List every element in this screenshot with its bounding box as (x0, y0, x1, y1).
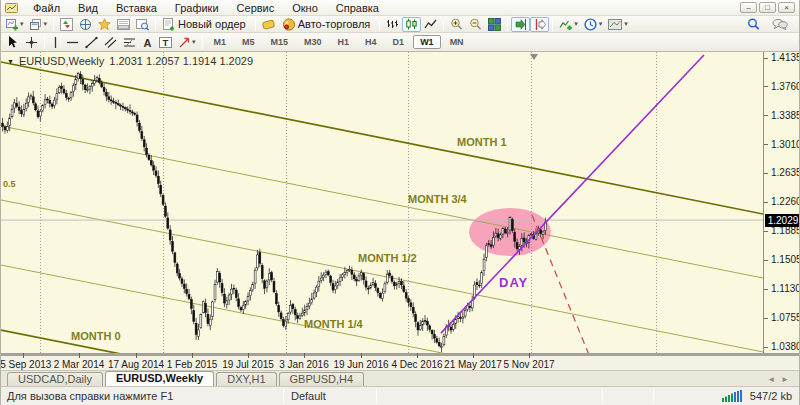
menu-Файл[interactable]: Файл (24, 1, 69, 15)
dropdown-arrow-icon[interactable]: ▾ (599, 20, 603, 28)
date-axis[interactable]: 15 Sep 20132 Mar 201417 Aug 20141 Feb 20… (1, 353, 799, 370)
dropdown-arrow-icon[interactable]: ▾ (624, 20, 628, 28)
chart-shift-button[interactable] (530, 17, 549, 32)
timeframe-M1-button[interactable]: M1 (207, 35, 234, 49)
chart-bars-button[interactable] (383, 17, 402, 32)
timeframe-M30-button[interactable]: M30 (297, 35, 329, 49)
data-window-button[interactable] (76, 17, 95, 32)
dropdown-arrow-icon[interactable]: ▾ (574, 20, 578, 28)
dropdown-arrow-icon[interactable]: ▾ (192, 38, 196, 46)
connection-signal-icon (722, 390, 746, 402)
menu-Вставка[interactable]: Вставка (107, 1, 166, 15)
shapes-tool-button[interactable]: ▾ (175, 35, 199, 50)
zoom-out-button[interactable] (466, 17, 485, 32)
price-tick-mark (764, 318, 768, 319)
new-chart-button[interactable]: ▾ (3, 17, 27, 32)
status-profile[interactable]: Default (284, 390, 376, 402)
tile-windows-button[interactable] (485, 17, 504, 32)
chart-tab-eurusd[interactable]: EURUSD,Weekly (105, 371, 214, 386)
text-tool-button[interactable]: A (139, 35, 156, 50)
chart-line-button[interactable] (421, 17, 440, 32)
auto-scroll-button[interactable] (511, 17, 530, 32)
crosshair-tool-button[interactable] (22, 35, 41, 50)
date-tick-label: 19 Jul 2015 (222, 359, 274, 370)
window-minimize-button[interactable]: – (740, 2, 757, 13)
label-month-1-2[interactable]: MONTH 1/2 (358, 252, 417, 264)
dropdown-arrow-icon[interactable]: ▾ (20, 20, 24, 28)
date-tick-mark (23, 353, 24, 358)
date-tick-label: 2 Mar 2014 (54, 359, 105, 370)
timeframe-M15-button[interactable]: M15 (264, 35, 296, 49)
timeframe-H1-button[interactable]: H1 (331, 35, 357, 49)
trend-line-tool-button[interactable] (82, 35, 101, 50)
label-day[interactable]: DAY (499, 275, 528, 290)
date-tick-label: 19 Jun 2016 (333, 359, 388, 370)
chart-tab-dxy[interactable]: DXY,H1 (216, 372, 276, 386)
equidistant-channel-tool-button[interactable] (101, 35, 120, 50)
price-axis[interactable]: 1.41351.37601.33851.30101.26351.22601.18… (763, 52, 800, 353)
navigator-button[interactable] (95, 17, 114, 32)
new-chart-icon (6, 18, 19, 31)
tab-scroll-right-icon[interactable]: ► (781, 375, 789, 384)
strategy-tester-button[interactable] (133, 17, 152, 32)
history-wallet-icon (262, 18, 276, 31)
chart-plot-area[interactable]: MONTH 0MONTH 1/4MONTH 1/2MONTH 3/4MONTH … (1, 52, 763, 353)
label-month-1[interactable]: MONTH 1 (457, 136, 507, 148)
terminal-button[interactable] (114, 17, 133, 32)
dropdown-arrow-icon[interactable]: ▾ (44, 20, 48, 28)
cursor-tool-button[interactable] (3, 35, 22, 50)
zoom-in-button[interactable] (447, 17, 466, 32)
profiles-button[interactable]: ▾ (27, 17, 51, 32)
shapes-icon (178, 36, 191, 49)
label-month-3-4[interactable]: MONTH 3/4 (408, 193, 468, 205)
chart-candles-icon (405, 18, 418, 31)
timeframe-W1-button[interactable]: W1 (413, 35, 441, 49)
templates-button[interactable]: ▾ (605, 17, 631, 32)
auto-scroll-icon (514, 18, 527, 31)
menu-Справка[interactable]: Справка (327, 1, 388, 15)
vertical-line-tool-button[interactable] (48, 35, 63, 50)
chart-tab-gbpusd[interactable]: GBPUSD,H4 (279, 372, 365, 386)
date-tick-mark (79, 353, 80, 358)
templates-icon (608, 18, 623, 31)
market-watch-button[interactable] (57, 17, 76, 32)
timeframe-D1-button[interactable]: D1 (386, 35, 412, 49)
indicators-button[interactable]: ▾ (556, 17, 581, 32)
window-restore-button[interactable]: □ (759, 2, 776, 13)
price-tick-mark (764, 86, 768, 87)
window-close-button[interactable]: × (778, 2, 795, 13)
menu-Окно[interactable]: Окно (283, 1, 327, 15)
label-month-0[interactable]: MONTH 0 (71, 330, 121, 342)
chart-menu-icon[interactable]: ▼ (7, 58, 14, 65)
price-tick-label: 1.0755 (771, 312, 800, 323)
text-label-tool-button[interactable]: T (156, 35, 175, 50)
price-tick-mark (764, 347, 768, 348)
menu-Вид[interactable]: Вид (69, 1, 107, 15)
community-chat-button[interactable] (769, 17, 791, 32)
label-0-5[interactable]: 0.5 (3, 179, 16, 189)
search-button[interactable] (744, 17, 763, 32)
zoom-out-icon (469, 18, 482, 31)
timeframe-MN-button[interactable]: MN (443, 35, 471, 49)
date-tick-mark (529, 353, 530, 358)
chart-tab-usdcad[interactable]: USDCAD,Daily (7, 372, 103, 386)
timeframe-H4-button[interactable]: H4 (358, 35, 384, 49)
label-month-1-4[interactable]: MONTH 1/4 (304, 318, 364, 330)
Авто-торговля-button[interactable]: Авто-торговля (279, 17, 377, 32)
price-tick-mark (764, 115, 768, 116)
price-tick-mark (764, 173, 768, 174)
menu-Сервис[interactable]: Сервис (228, 1, 284, 15)
horizontal-line-tool-button[interactable] (63, 35, 82, 50)
tile-windows-icon (488, 18, 501, 31)
menu-Графики[interactable]: Графики (166, 1, 228, 15)
history-wallet-button[interactable] (259, 17, 279, 32)
periods-button[interactable]: ▾ (581, 17, 606, 32)
timeframe-M5-button[interactable]: M5 (235, 35, 262, 49)
tools-toolbar: AT▾M1M5M15M30H1H4D1W1MN (1, 33, 799, 52)
chart-candles-button[interactable] (402, 17, 421, 32)
Новый ордер-button[interactable]: Новый ордер (159, 17, 252, 32)
date-tick-label: 5 Nov 2017 (503, 359, 554, 370)
tab-scroll-left-icon[interactable]: ◄ (767, 375, 775, 384)
price-tick-mark (764, 144, 768, 145)
fibonacci-tool-button[interactable] (120, 35, 139, 50)
